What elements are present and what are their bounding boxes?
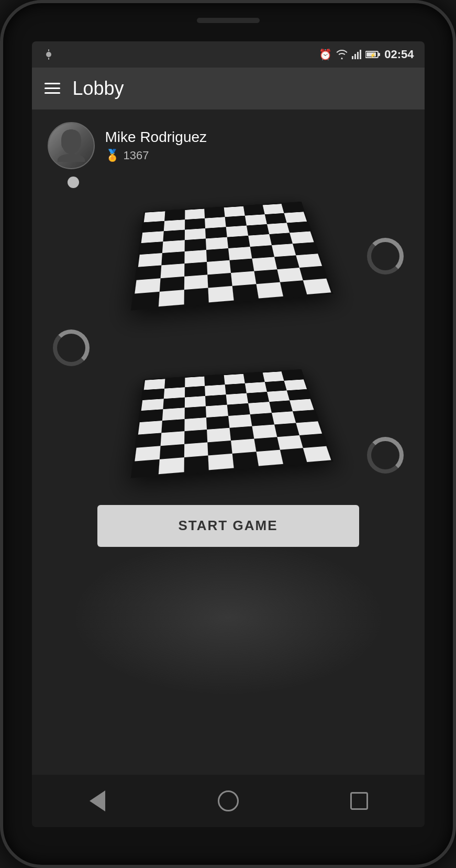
chess-cell: [164, 377, 184, 388]
chess-cell: [264, 213, 287, 224]
chess-cell: [184, 274, 208, 289]
chess-cell: [226, 393, 248, 405]
start-game-button[interactable]: START GAME: [97, 505, 359, 547]
chess-cell: [224, 373, 244, 384]
hamburger-line-1: [45, 83, 60, 84]
svg-rect-6: [360, 50, 361, 59]
svg-rect-5: [357, 52, 359, 59]
chess-cell: [184, 417, 206, 431]
recent-icon: [350, 792, 368, 810]
chess-cell: [262, 204, 284, 214]
svg-rect-1: [48, 49, 49, 51]
chess-cell: [256, 282, 283, 298]
chess-cell: [161, 251, 184, 265]
chess-cell: [224, 206, 244, 216]
user-info: Mike Rodriguez 🏅 1367: [105, 129, 207, 162]
chess-cell: [184, 442, 208, 457]
online-indicator: [68, 177, 79, 188]
nav-back-button[interactable]: [84, 788, 110, 814]
svg-rect-8: [378, 53, 380, 56]
chess-cell: [184, 228, 206, 240]
user-avatar: [48, 122, 95, 169]
chess-cell: [296, 254, 322, 267]
chess-board-grid-2: [130, 369, 333, 478]
phone-shell: ⏰: [0, 0, 456, 868]
background-blur: [71, 539, 385, 696]
chess-cell: [205, 384, 226, 396]
board-row-1: [32, 191, 425, 322]
chess-cell: [162, 240, 184, 253]
chess-cell: [281, 370, 303, 380]
chess-cell: [184, 288, 209, 304]
chess-cell: [290, 399, 314, 411]
user-section: Mike Rodriguez 🏅 1367: [32, 109, 425, 174]
chess-cell: [244, 382, 266, 393]
chess-cell: [269, 400, 292, 413]
chess-cell: [296, 421, 322, 435]
chess-cell: [293, 242, 318, 255]
chess-cell: [204, 375, 225, 386]
chess-board-1: [130, 201, 333, 310]
start-button-container: START GAME: [32, 495, 425, 563]
chess-cell: [228, 414, 252, 427]
chess-cell: [163, 397, 184, 409]
chess-cell: [184, 395, 206, 408]
chess-cell: [299, 266, 326, 280]
chess-cell: [266, 223, 290, 234]
chess-cell: [254, 436, 280, 452]
nav-recent-button[interactable]: [346, 788, 372, 814]
chess-cell: [264, 380, 287, 391]
hamburger-line-3: [45, 92, 60, 94]
chess-cell: [206, 404, 228, 417]
chess-cell: [132, 292, 159, 309]
nav-bar: [32, 775, 425, 827]
chess-cell: [232, 284, 258, 300]
main-content: Mike Rodriguez 🏅 1367: [32, 109, 425, 775]
signal-icon: [352, 50, 361, 59]
chess-cell: [244, 214, 266, 225]
chess-cell: [303, 446, 331, 462]
chess-cell: [207, 260, 231, 274]
chess-cell: [136, 265, 161, 280]
chess-cell: [248, 234, 271, 247]
chess-cell: [142, 388, 164, 400]
android-notification-icon: [42, 48, 55, 61]
chess-cell: [158, 457, 184, 474]
chess-cell: [143, 379, 164, 390]
chess-cell: [207, 440, 232, 455]
chess-cell: [132, 459, 159, 476]
chess-board-2: [130, 369, 333, 478]
chess-cell: [184, 455, 209, 472]
chess-cell: [246, 224, 269, 235]
chess-cell: [184, 376, 205, 387]
board-row-2: [32, 358, 425, 489]
wifi-icon: [336, 50, 348, 59]
chess-cell: [286, 221, 310, 233]
chess-cell: [229, 426, 254, 440]
chess-cell: [207, 272, 232, 288]
chess-cell: [284, 379, 306, 390]
chess-cell: [184, 386, 205, 397]
chess-cell: [274, 423, 299, 437]
chess-cell: [161, 419, 184, 433]
chess-cell: [184, 429, 207, 444]
chess-cell: [139, 241, 162, 255]
loading-spinner-3: [367, 437, 404, 474]
trophy-icon: 🏅: [105, 149, 119, 162]
chess-cell: [163, 229, 184, 241]
chess-cell: [262, 371, 284, 382]
chess-cell: [205, 217, 226, 228]
svg-point-0: [46, 52, 51, 57]
chess-cell: [164, 210, 184, 221]
nav-home-button[interactable]: [215, 788, 241, 814]
chess-cell: [225, 383, 246, 394]
hamburger-line-2: [45, 87, 60, 89]
home-icon: [218, 790, 239, 811]
menu-button[interactable]: [45, 83, 60, 94]
chess-cell: [205, 226, 227, 238]
chess-cell: [163, 219, 184, 231]
chess-cell: [276, 435, 303, 449]
chess-cell: [184, 249, 206, 263]
back-icon: [90, 790, 105, 811]
chess-cell: [158, 290, 184, 306]
